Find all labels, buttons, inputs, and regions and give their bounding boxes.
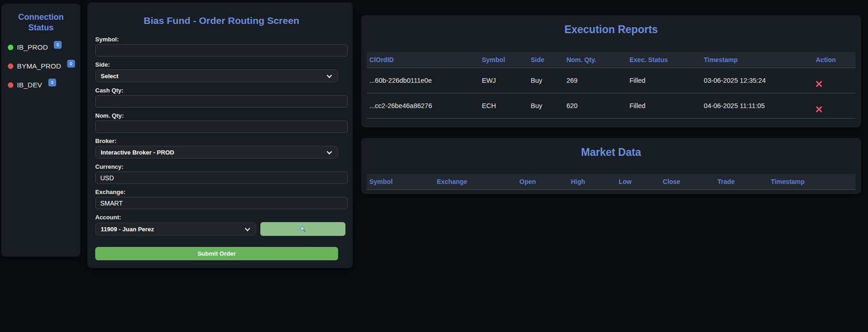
table-header-row: ClOrdID Symbol Side Nom. Qty. Exec. Stat…	[367, 52, 856, 68]
cell-clordid: ...60b-226db0111e0e	[367, 68, 479, 93]
exchange-label: Exchange:	[95, 189, 348, 195]
status-dot-disconnected	[8, 82, 13, 88]
cell-clordid: ...cc2-26be46a86276	[367, 93, 479, 119]
sync-arrows-icon	[50, 80, 55, 85]
status-dot-disconnected	[8, 63, 13, 69]
symbol-input[interactable]	[95, 44, 348, 57]
cell-timestamp: 04-06-2025 11:11:05	[701, 93, 813, 119]
submit-order-button[interactable]: Submit Order	[95, 247, 338, 260]
col-symbol: Symbol	[479, 52, 528, 68]
side-select[interactable]: Select	[95, 69, 338, 82]
col-exec-status: Exec. Status	[627, 52, 701, 68]
symbol-group: Symbol:	[95, 36, 348, 57]
col-close: Close	[660, 174, 715, 190]
refresh-icon[interactable]	[67, 60, 75, 68]
cell-nom-qty: 620	[563, 93, 627, 119]
col-timestamp: Timestamp	[768, 174, 856, 190]
col-action: Action	[813, 52, 856, 68]
cash-qty-input[interactable]	[95, 95, 348, 108]
col-symbol: Symbol	[367, 174, 434, 190]
col-nom-qty: Nom. Qty.	[563, 52, 627, 68]
execution-reports-panel: Execution Reports ClOrdID Symbol Side No…	[361, 15, 861, 127]
col-low: Low	[616, 174, 660, 190]
status-dot-connected	[8, 45, 13, 50]
currency-group: Currency:	[95, 164, 348, 184]
execution-report-row: ...cc2-26be46a86276 ECH Buy 620 Filled 0…	[367, 93, 856, 119]
exchange-input[interactable]	[95, 197, 348, 209]
market-data-panel: Market Data Symbol Exchange Open High Lo…	[361, 138, 861, 194]
cell-side: Buy	[528, 68, 564, 93]
sync-arrows-icon	[55, 42, 60, 47]
currency-input[interactable]	[95, 172, 348, 184]
broker-select[interactable]: Interactive Broker - PROD	[95, 146, 338, 159]
connection-name: BYMA_PROD	[17, 62, 61, 70]
cell-exec-status: Filled	[627, 93, 701, 119]
sync-arrows-icon	[69, 61, 74, 66]
col-timestamp: Timestamp	[701, 52, 813, 68]
cell-symbol: EWJ	[479, 68, 528, 93]
account-search-button[interactable]	[260, 222, 345, 236]
order-routing-panel: Bias Fund - Order Routing Screen Symbol:…	[87, 2, 353, 268]
connection-row-ib-dev: IB_DEV	[8, 81, 76, 89]
symbol-label: Symbol:	[95, 36, 348, 42]
table-header-row: Symbol Exchange Open High Low Close Trad…	[367, 174, 856, 190]
cell-timestamp: 03-06-2025 12:35:24	[701, 68, 813, 93]
cell-side: Buy	[528, 93, 564, 119]
cash-qty-label: Cash Qty:	[95, 87, 348, 93]
order-routing-title: Bias Fund - Order Routing Screen	[95, 14, 348, 27]
cell-action	[813, 93, 856, 119]
execution-reports-title: Execution Reports	[367, 23, 856, 35]
refresh-icon[interactable]	[54, 41, 62, 49]
nom-qty-label: Nom. Qty:	[95, 113, 348, 119]
connection-row-ib-prod: IB_PROD	[8, 43, 76, 51]
market-data-table: Symbol Exchange Open High Low Close Trad…	[367, 174, 856, 190]
cash-qty-group: Cash Qty:	[95, 87, 348, 108]
nom-qty-group: Nom. Qty:	[95, 113, 348, 133]
connection-status-title: Connection Status	[6, 12, 76, 33]
side-group: Side: Select	[95, 62, 348, 82]
cell-symbol: ECH	[479, 93, 528, 119]
cell-nom-qty: 269	[563, 68, 627, 93]
account-group: Account: 11909 - Juan Perez	[95, 214, 348, 236]
execution-report-row: ...60b-226db0111e0e EWJ Buy 269 Filled 0…	[367, 68, 856, 93]
col-side: Side	[528, 52, 564, 68]
col-trade: Trade	[715, 174, 768, 190]
connection-status-panel: Connection Status IB_PROD BYMA_PROD IB_D…	[1, 4, 80, 257]
execution-reports-table: ClOrdID Symbol Side Nom. Qty. Exec. Stat…	[367, 52, 856, 119]
col-exchange: Exchange	[434, 174, 517, 190]
exchange-group: Exchange:	[95, 189, 348, 209]
broker-label: Broker:	[95, 138, 348, 144]
nom-qty-input[interactable]	[95, 120, 348, 133]
col-high: High	[568, 174, 616, 190]
search-icon	[299, 226, 306, 233]
account-label: Account:	[95, 214, 348, 220]
col-clordid: ClOrdID	[367, 52, 479, 68]
cell-exec-status: Filled	[627, 68, 701, 93]
refresh-icon[interactable]	[48, 79, 56, 86]
currency-label: Currency:	[95, 164, 348, 170]
broker-group: Broker: Interactive Broker - PROD	[95, 138, 348, 159]
cell-action	[813, 68, 856, 93]
account-select[interactable]: 11909 - Juan Perez	[95, 223, 256, 235]
connection-name: IB_PROD	[17, 43, 48, 51]
connection-row-byma-prod: BYMA_PROD	[8, 62, 76, 70]
side-label: Side:	[95, 62, 348, 68]
connection-name: IB_DEV	[17, 81, 42, 89]
col-open: Open	[517, 174, 568, 190]
market-data-title: Market Data	[367, 146, 856, 158]
